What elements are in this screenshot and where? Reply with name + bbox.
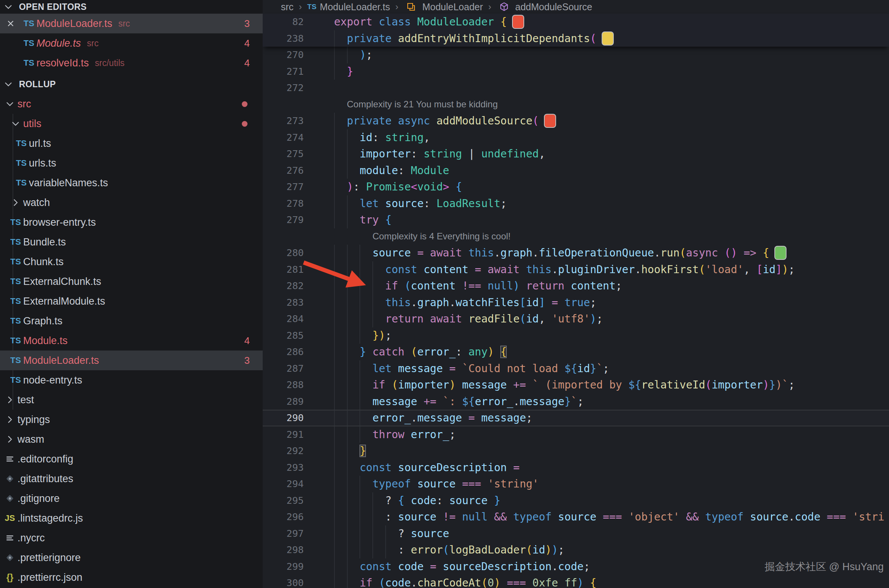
tree-item-Module-ts[interactable]: TSModule.ts4	[0, 331, 263, 351]
line-number[interactable]: 293	[263, 462, 307, 473]
tree-item-watch[interactable]: watch	[0, 193, 263, 212]
open-editor-item[interactable]: TSModuleLoader.tssrc3	[0, 14, 263, 33]
code-line[interactable]: 292}	[263, 443, 889, 459]
line-number[interactable]: 288	[263, 379, 307, 390]
line-number[interactable]: 281	[263, 264, 307, 275]
code-line[interactable]: 272	[263, 80, 889, 96]
code-line[interactable]: 280source = await this.graph.fileOperati…	[263, 245, 889, 261]
tree-item-prettierrc-json[interactable]: {}.prettierrc.json	[0, 568, 263, 587]
tree-item-ExternalChunk-ts[interactable]: TSExternalChunk.ts	[0, 272, 263, 291]
code-line[interactable]: 281const content = await this.pluginDriv…	[263, 261, 889, 278]
line-number[interactable]: 291	[263, 429, 307, 440]
code-line[interactable]: 275importer: string | undefined,	[263, 146, 889, 162]
line-number[interactable]: 297	[263, 528, 307, 539]
code-line[interactable]: 294typeof source === 'string'	[263, 476, 889, 492]
code-line[interactable]: 287let message = `Could not load ${id}`;	[263, 360, 889, 377]
line-number[interactable]: 273	[263, 115, 307, 126]
close-icon[interactable]	[0, 16, 21, 31]
line-number[interactable]: 275	[263, 148, 307, 159]
code-line[interactable]: 285});	[263, 327, 889, 344]
code-line[interactable]: 278let source: LoadResult;	[263, 195, 889, 212]
tree-item-url-ts[interactable]: TSurl.ts	[0, 134, 263, 153]
code-lens[interactable]: Complexity is 4 Everything is cool!	[334, 228, 511, 245]
code-line[interactable]: 279try {	[263, 212, 889, 228]
code-line[interactable]: 283this.graph.watchFiles[id] = true;	[263, 294, 889, 311]
tree-item-ModuleLoader-ts[interactable]: TSModuleLoader.ts3	[0, 351, 263, 370]
line-number[interactable]: 270	[263, 49, 307, 60]
line-number[interactable]: 284	[263, 313, 307, 324]
code-line[interactable]: 300if (code.charCodeAt(0) === 0xfe_ff) {	[263, 575, 889, 588]
tree-item-ExternalModule-ts[interactable]: TSExternalModule.ts	[0, 291, 263, 311]
tree-item-editorconfig[interactable]: .editorconfig	[0, 449, 263, 469]
tree-item-node-entry-ts[interactable]: TSnode-entry.ts	[0, 370, 263, 390]
tree-item-Graph-ts[interactable]: TSGraph.ts	[0, 311, 263, 331]
line-number[interactable]: 278	[263, 198, 307, 209]
code-line[interactable]: 282if (content !== null) return content;	[263, 278, 889, 294]
code-line[interactable]: 270);	[263, 47, 889, 63]
line-number[interactable]: 82	[263, 16, 307, 27]
breadcrumb-item[interactable]: ModuleLoader	[404, 0, 483, 14]
tree-item-lintstagedrc-js[interactable]: JS.lintstagedrc.js	[0, 508, 263, 528]
breadcrumb-item[interactable]: TSModuleLoader.ts	[307, 2, 390, 13]
code-line[interactable]: 273private async addModuleSource(	[263, 113, 889, 129]
line-number[interactable]: 294	[263, 478, 307, 489]
code-line[interactable]: 293const sourceDescription =	[263, 459, 889, 476]
code-line[interactable]: 298: error(logBadLoader(id));	[263, 542, 889, 558]
line-number[interactable]: 292	[263, 445, 307, 456]
code-line[interactable]: 271}	[263, 63, 889, 80]
tree-item-nycrc[interactable]: .nycrc	[0, 528, 263, 548]
line-number[interactable]: 272	[263, 82, 307, 93]
section-header-explorer[interactable]: ROLLUP	[0, 74, 263, 94]
tree-item-Bundle-ts[interactable]: TSBundle.ts	[0, 232, 263, 252]
line-number[interactable]: 289	[263, 396, 307, 407]
line-number[interactable]: 286	[263, 346, 307, 357]
tree-item-utils[interactable]: utils	[0, 114, 263, 134]
section-header-open-editors[interactable]: OPEN EDITORS	[0, 0, 263, 14]
open-editor-item[interactable]: TSresolveId.tssrc/utils4	[0, 53, 263, 73]
code-line[interactable]: 276module: Module	[263, 162, 889, 179]
tree-item-variableNames-ts[interactable]: TSvariableNames.ts	[0, 173, 263, 193]
line-number[interactable]: 298	[263, 544, 307, 555]
code-line[interactable]: 277): Promise<void> {	[263, 179, 889, 195]
tree-item-wasm[interactable]: wasm	[0, 429, 263, 449]
code-line[interactable]: 286} catch (error_: any) {	[263, 344, 889, 360]
breadcrumb-item[interactable]: addModuleSource	[497, 0, 592, 14]
code-line[interactable]: 291throw error_;	[263, 426, 889, 443]
code-lens-row[interactable]: Complexity is 4 Everything is cool!	[263, 228, 889, 245]
line-number[interactable]: 276	[263, 165, 307, 176]
code-line[interactable]: 289message += `: ${error_.message}`;	[263, 393, 889, 410]
line-number[interactable]: 295	[263, 495, 307, 506]
code-line[interactable]: 284return await readFile(id, 'utf8');	[263, 311, 889, 327]
tree-item-urls-ts[interactable]: TSurls.ts	[0, 153, 263, 173]
code-line[interactable]: 288if (importer) message += ` (imported …	[263, 377, 889, 393]
line-number[interactable]: 279	[263, 214, 307, 225]
line-number[interactable]: 300	[263, 577, 307, 588]
tree-item-browser-entry-ts[interactable]: TSbrowser-entry.ts	[0, 212, 263, 232]
line-number[interactable]: 282	[263, 280, 307, 291]
tree-item-gitattributes[interactable]: .gitattributes	[0, 469, 263, 489]
tree-item-typings[interactable]: typings	[0, 410, 263, 429]
code-line[interactable]: 297? source	[263, 525, 889, 542]
line-number[interactable]: 271	[263, 66, 307, 77]
breadcrumb-item[interactable]: src	[281, 2, 293, 13]
tree-item-Chunk-ts[interactable]: TSChunk.ts	[0, 252, 263, 272]
line-number[interactable]: 287	[263, 363, 307, 374]
line-number[interactable]: 283	[263, 297, 307, 308]
line-number[interactable]: 277	[263, 181, 307, 192]
line-number[interactable]: 274	[263, 132, 307, 143]
tree-item-test[interactable]: test	[0, 390, 263, 410]
line-number[interactable]: 299	[263, 561, 307, 572]
line-number[interactable]: 290	[263, 412, 307, 423]
code-lens[interactable]: Complexity is 21 You must be kidding	[334, 96, 498, 113]
code-line[interactable]: 290error_.message = message;	[263, 410, 889, 426]
code-line[interactable]: 274id: string,	[263, 129, 889, 146]
tree-item-prettierignore[interactable]: .prettierignore	[0, 548, 263, 568]
code-line[interactable]: 82export class ModuleLoader {	[263, 14, 889, 30]
line-number[interactable]: 285	[263, 330, 307, 341]
line-number[interactable]: 296	[263, 511, 307, 522]
tree-item-gitignore[interactable]: .gitignore	[0, 489, 263, 508]
code-line[interactable]: 296: source != null && typeof source ===…	[263, 509, 889, 525]
code-line[interactable]: 295? { code: source }	[263, 492, 889, 509]
tree-item-src[interactable]: src	[0, 94, 263, 114]
code-line[interactable]: 238private addEntryWithImplicitDependant…	[263, 30, 889, 47]
